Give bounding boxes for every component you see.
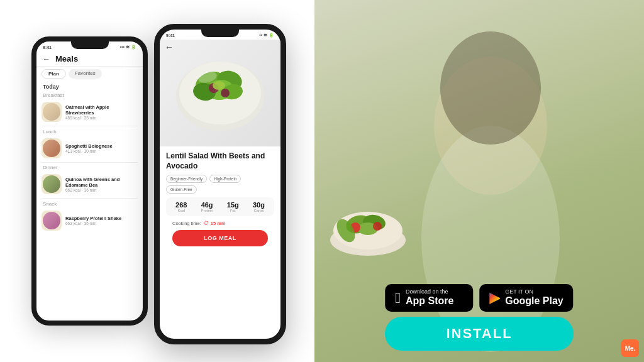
me-badge: Me. <box>621 339 639 357</box>
divider-3 <box>42 198 138 199</box>
tab-plan[interactable]: Plan <box>42 69 66 79</box>
tab-row: Plan Favorites <box>36 67 143 81</box>
meal-item-dinner[interactable]: Quinoa with Greens and Edamame Bea 662 k… <box>36 172 143 197</box>
nutr-carbs: 30g Carbs <box>253 201 265 212</box>
section-today: Today <box>36 81 143 91</box>
store-buttons-container:  Download on the App Store ▶ GET IT ON … <box>385 284 573 312</box>
google-play-text: GET IT ON Google Play <box>505 289 563 307</box>
back-phone-title: Meals <box>55 54 78 63</box>
front-hero: ← <box>160 40 280 146</box>
apple-icon:  <box>395 290 401 305</box>
cooking-info-row: Cooking time: ⏱ 15 min <box>166 219 274 228</box>
snack-label: Snack <box>36 200 143 208</box>
log-meal-button[interactable]: LOG MEAL <box>172 230 268 246</box>
person-salad-bowl <box>327 196 409 261</box>
meal-meta-breakfast: 489 kcal · 35 min <box>65 116 138 120</box>
install-button[interactable]: INSTALL <box>385 317 574 351</box>
recipe-title: Lentil Salad With Beets and Avocado <box>166 151 274 171</box>
phones-container: 9:41 ▪▪▪ ≋ 🔋 ← Meals Plan Favorites Toda… <box>25 18 289 344</box>
status-time-front: 9:41 <box>166 33 175 38</box>
phone-front: 9:41 ▪▪ ≋ 🔋 ← <box>154 24 286 344</box>
timer-icon: ⏱ <box>203 220 209 226</box>
meal-item-breakfast[interactable]: Oatmeal with Apple Strawberries 489 kcal… <box>36 99 143 124</box>
play-icon: ▶ <box>489 290 500 306</box>
meal-thumb-dinner <box>42 174 62 194</box>
app-store-line2: App Store <box>406 295 453 307</box>
meal-info-lunch: Spaghetti Bolognese 413 kcal · 30 min <box>65 143 138 153</box>
app-store-line1: Download on the <box>406 289 453 295</box>
divider-2 <box>42 162 138 163</box>
tag-gluten: Gluten-Free <box>166 185 197 194</box>
meal-name-lunch: Spaghetti Bolognese <box>65 143 138 149</box>
meal-item-snack[interactable]: Raspberry Protein Shake 662 kcal · 36 mi… <box>36 208 143 233</box>
nutrition-row: 268 Kcal 46g Protein 15g Fat 30g <box>166 197 274 216</box>
breakfast-label: Breakfast <box>36 91 143 99</box>
phone-back: 9:41 ▪▪▪ ≋ 🔋 ← Meals Plan Favorites Toda… <box>31 36 148 326</box>
phone-notch-front <box>201 30 239 37</box>
meal-meta-snack: 662 kcal · 36 min <box>65 221 138 226</box>
back-button-back[interactable]: ← <box>43 55 50 63</box>
salad-image <box>170 43 270 143</box>
tab-favorites[interactable]: Favorites <box>69 69 102 79</box>
google-play-line1: GET IT ON <box>505 289 563 295</box>
back-phone-header: ← Meals <box>36 52 143 67</box>
meal-thumb-lunch <box>42 138 62 158</box>
svg-point-13 <box>440 31 541 145</box>
nutr-kcal: 268 Kcal <box>175 201 187 212</box>
meal-info-breakfast: Oatmeal with Apple Strawberries 489 kcal… <box>65 104 138 120</box>
bowl-svg <box>327 196 409 259</box>
tag-protein: High-Protein <box>209 175 241 183</box>
front-recipe-info: Lentil Salad With Beets and Avocado Begi… <box>160 146 280 251</box>
status-icons-front: ▪▪ ≋ 🔋 <box>259 33 274 38</box>
tag-beginner: Beginner-Friendly <box>166 175 207 183</box>
meal-info-dinner: Quinoa with Greens and Edamame Bea 662 k… <box>65 177 138 192</box>
svg-point-8 <box>221 89 230 97</box>
divider-1 <box>42 126 138 126</box>
right-panel:  Download on the App Store ▶ GET IT ON … <box>314 0 644 362</box>
meal-item-lunch[interactable]: Spaghetti Bolognese 413 kcal · 30 min <box>36 136 143 161</box>
meal-thumb-breakfast <box>42 102 62 122</box>
left-panel: 9:41 ▪▪▪ ≋ 🔋 ← Meals Plan Favorites Toda… <box>0 0 314 362</box>
meal-meta-lunch: 413 kcal · 30 min <box>65 149 138 153</box>
svg-point-9 <box>213 81 225 90</box>
back-phone-content: 9:41 ▪▪▪ ≋ 🔋 ← Meals Plan Favorites Toda… <box>36 41 143 321</box>
front-back-button[interactable]: ← <box>165 42 174 52</box>
nutr-fat: 15g Fat <box>227 201 239 212</box>
lunch-label: Lunch <box>36 128 143 136</box>
front-phone-content: 9:41 ▪▪ ≋ 🔋 ← <box>160 30 280 339</box>
app-store-text: Download on the App Store <box>406 289 453 307</box>
nutr-protein: 46g Protein <box>201 201 213 212</box>
meal-info-snack: Raspberry Protein Shake 662 kcal · 36 mi… <box>65 216 138 226</box>
meal-thumb-snack <box>42 211 62 231</box>
phone-notch-back <box>71 41 109 49</box>
google-play-line2: Google Play <box>505 295 563 307</box>
svg-point-20 <box>373 222 382 231</box>
meal-name-dinner: Quinoa with Greens and Edamame Bea <box>65 177 138 188</box>
meal-name-breakfast: Oatmeal with Apple Strawberries <box>65 104 138 116</box>
recipe-tags: Beginner-Friendly High-Protein Gluten-Fr… <box>166 175 274 194</box>
meal-name-snack: Raspberry Protein Shake <box>65 216 138 221</box>
cooking-time-value: 15 min <box>211 221 226 226</box>
app-store-button[interactable]:  Download on the App Store <box>385 284 473 312</box>
meal-meta-dinner: 662 kcal · 36 min <box>65 188 138 192</box>
google-play-button[interactable]: ▶ GET IT ON Google Play <box>479 284 573 312</box>
status-icons-back: ▪▪▪ ≋ 🔋 <box>120 45 136 50</box>
dinner-label: Dinner <box>36 163 143 172</box>
status-time-back: 9:41 <box>43 45 52 50</box>
